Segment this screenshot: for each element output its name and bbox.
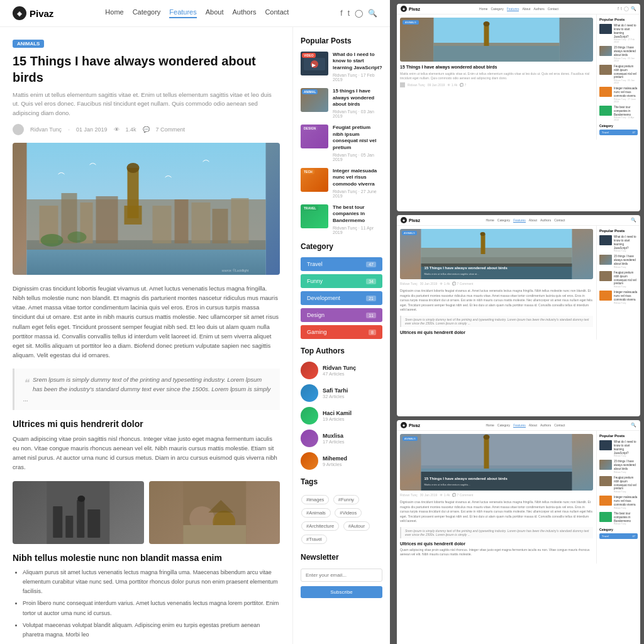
- pp-meta-5: Ridvan Tunç · 11 Apr 2019: [333, 226, 382, 235]
- author-info-1: Ridvan Tunç 47 Articles: [323, 365, 356, 377]
- thumb3-nav-cat[interactable]: Category: [497, 423, 510, 428]
- author-1: Ridvan Tunç 47 Articles: [301, 362, 382, 379]
- main-blog: ◈ Pivaz Home Category Features About Aut…: [0, 0, 390, 644]
- thumb1-ppi-4: [599, 87, 612, 97]
- category-travel[interactable]: Travel 47: [301, 257, 382, 271]
- newsletter-subscribe-button[interactable]: Subscribe: [301, 586, 382, 598]
- thumb2-nav-feat[interactable]: Features: [513, 218, 526, 223]
- nav-about[interactable]: About: [206, 8, 224, 18]
- thumb2-hero: 15 Things I have always wondered about b…: [400, 229, 593, 279]
- section-1-title: Ultrices mi quis hendrerit dolor: [13, 419, 280, 429]
- thumb1-nav-authors[interactable]: Authors: [533, 7, 544, 11]
- author-info-5: Mihemed 9 Articles: [323, 455, 347, 467]
- nav-category[interactable]: Category: [133, 8, 161, 18]
- thumb3-comments: 💬 7 Comment: [452, 493, 473, 497]
- author-3: Haci Kamil 19 Articles: [301, 407, 382, 425]
- thumb3-logo-icon: ◈: [401, 422, 407, 428]
- thumb1-nav-contact[interactable]: Contact: [548, 7, 558, 11]
- tag-5[interactable]: #Architecture: [301, 521, 339, 531]
- article-comments: 7 Comment: [156, 126, 186, 133]
- thumb2-nav-home[interactable]: Home: [486, 218, 494, 223]
- svg-rect-9: [96, 196, 118, 243]
- pp-title-2: 15 things I have always wondered about b…: [333, 88, 382, 108]
- twitter-icon[interactable]: t: [348, 9, 350, 18]
- popular-post-2: ANIMAL 15 things I have always wondered …: [301, 88, 382, 118]
- thumb2-search-icon: 🔍: [631, 218, 636, 223]
- meta-divider: -: [68, 126, 70, 133]
- category-development[interactable]: Development 21: [301, 291, 382, 305]
- tag-6[interactable]: #Autour: [343, 521, 370, 531]
- thumb2-views: 👁 1.4k: [440, 282, 450, 286]
- nav-contact[interactable]: Contact: [265, 8, 289, 18]
- thumb3-cat-label: Category: [599, 528, 638, 531]
- thumb1-ig-icon: ◯: [624, 6, 629, 11]
- tag-7[interactable]: #Travel: [301, 535, 327, 544]
- thumb3-icons: 🔍: [631, 423, 636, 428]
- nav-features[interactable]: Features: [169, 8, 196, 18]
- svg-rect-14: [231, 198, 249, 243]
- search-icon[interactable]: 🔍: [368, 9, 377, 18]
- thumb1-pp-4: Integer malesuada nunc vel risus commodo…: [599, 87, 638, 103]
- author-avatar-4: [301, 430, 318, 447]
- thumb3-main: 15 Things I have always wondered about b…: [397, 431, 596, 564]
- nav-home[interactable]: Home: [105, 8, 123, 18]
- thumb1-fb-icon: f: [618, 6, 619, 11]
- tag-1[interactable]: #images: [301, 495, 329, 504]
- tag-3[interactable]: #Animals: [301, 508, 331, 518]
- thumb3-pp-3: Feugiat pretium nibh ipsum consequat nis…: [599, 476, 638, 493]
- thumb3-nav-authors[interactable]: Authors: [540, 423, 551, 428]
- main-nav: Home Category Features About Authors Con…: [105, 8, 289, 18]
- thumb2-nav-authors[interactable]: Authors: [540, 218, 551, 223]
- newsletter-email-input[interactable]: [301, 569, 382, 582]
- thumb3-nav: Home Category Features About Authors Con…: [486, 423, 565, 428]
- svg-rect-34: [484, 24, 489, 46]
- thumb1-nav-feat[interactable]: Features: [507, 7, 519, 11]
- thumb2-pp-info-4: Integer malesuada nunc vel risus commodo…: [614, 291, 638, 304]
- popular-post-img-2: ANIMAL: [301, 88, 328, 112]
- right-panel: ◈ Pivaz Home Category Features About Aut…: [393, 0, 644, 644]
- thumb1-nav-cat[interactable]: Category: [491, 7, 503, 11]
- page-wrapper: ◈ Pivaz Home Category Features About Aut…: [0, 0, 644, 644]
- pp-title-5: The best tour companies in Bandermemo: [333, 204, 382, 224]
- thumb1-cat-label: Category: [599, 124, 638, 128]
- article-category-badge[interactable]: ANIMALS: [13, 40, 44, 48]
- svg-rect-50: [421, 472, 572, 491]
- thumb3-nav-about[interactable]: About: [529, 423, 537, 428]
- thumb1-pp-text-1: What do I need to know to start learning…: [614, 24, 638, 43]
- thumb2-nav-cat[interactable]: Category: [497, 218, 510, 223]
- thumb1-nav-home[interactable]: Home: [479, 7, 487, 11]
- pp-content-2: 15 things I have always wondered about b…: [333, 88, 382, 118]
- thumb1-ppi-1: [599, 24, 612, 34]
- thumb2-layout: 15 Things I have always wondered about b…: [397, 226, 640, 340]
- thumb3-nav-contact[interactable]: Contact: [554, 423, 565, 428]
- popular-posts-title: Popular Posts: [301, 36, 382, 45]
- author-avatar: [13, 124, 24, 135]
- content-area: ANIMALS 15 Things I have always wondered…: [0, 27, 390, 644]
- thumb3-nav-feat[interactable]: Features: [513, 423, 526, 428]
- category-gaming[interactable]: Gaming 8: [301, 325, 382, 339]
- instagram-icon[interactable]: ◯: [355, 9, 363, 18]
- pp-meta-3: Ridvan Tunç · 05 Jan 2019: [333, 153, 382, 162]
- thumb3-nav-home[interactable]: Home: [486, 423, 494, 428]
- facebook-icon[interactable]: f: [340, 9, 342, 18]
- thumb2-nav-contact[interactable]: Contact: [554, 218, 565, 223]
- thumb2-icons: 🔍: [631, 218, 636, 223]
- nav-authors[interactable]: Authors: [232, 8, 256, 18]
- thumb1-sidebar: Popular Posts What do I need to know to …: [596, 14, 640, 140]
- thumb1-nav-about[interactable]: About: [522, 7, 530, 11]
- tag-2[interactable]: #Funny: [333, 495, 359, 504]
- thumb1-cats: Category Travel 47: [599, 124, 638, 135]
- author-2: Safi Tarhi 32 Articles: [301, 384, 382, 402]
- site-logo[interactable]: ◈ Pivaz: [13, 6, 53, 20]
- thumb3-site-name: Pivaz: [409, 423, 420, 428]
- category-funny[interactable]: Funny 34: [301, 274, 382, 288]
- author-avatar-3: [301, 407, 318, 425]
- pp-badge-4: TECH: [302, 169, 314, 174]
- thumb2-ppi-3: [599, 271, 612, 281]
- tag-4[interactable]: #Videos: [335, 508, 362, 518]
- thumb2-nav-about[interactable]: About: [529, 218, 537, 223]
- thumb2-ppi-2: [599, 255, 612, 265]
- article-date: 01 Jan 2019: [76, 126, 108, 133]
- category-design[interactable]: Design 11: [301, 308, 382, 322]
- svg-rect-40: [481, 234, 486, 254]
